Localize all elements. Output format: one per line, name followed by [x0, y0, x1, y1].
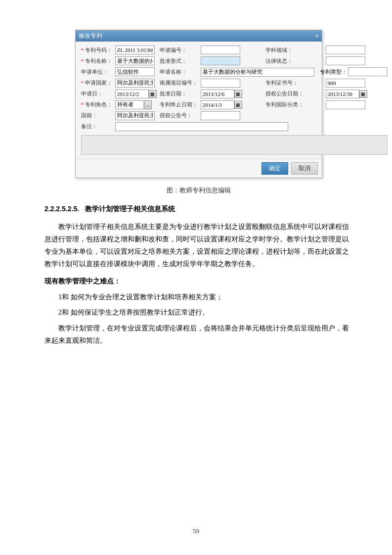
patent-expiry-input[interactable]: [201, 100, 234, 109]
patent-intl-class-input-cell: [324, 99, 390, 110]
legal-status-input-cell: [324, 55, 390, 66]
country-input-cell: [114, 110, 158, 121]
legal-status-label: 法律状态：: [264, 55, 324, 66]
application-date-icon[interactable]: ▦: [149, 90, 157, 98]
patent-role-label: * 专利角色：: [80, 99, 114, 110]
last-paragraph: 教学计划管理，在对专业设置完成理论课程后，会将结果合并单元格统计分类后呈现给用户…: [44, 322, 352, 347]
remark-label: 备注：: [80, 121, 114, 132]
patent-expiry-date-icon[interactable]: ▦: [234, 101, 242, 109]
approval-date-label: 批准日期：: [158, 89, 199, 99]
application-date-wrapper: ▦: [115, 90, 157, 98]
preview-area: [81, 135, 388, 155]
authorized-date-input-cell: ▦: [324, 89, 390, 99]
authorized-notice-label: 授权公告号：: [158, 110, 199, 121]
form-row-7: 国籍： 授权公告号：: [80, 110, 390, 121]
patent-number-input-cell: [114, 45, 158, 55]
list-item-2: 2和 如何保证学生之培养按照教学计划正常进行。: [58, 306, 352, 319]
main-paragraph: 教学计划管理子相关信息系统主要是为专业进行教学计划之设置殴翻联信息系统中可以对课…: [44, 221, 352, 271]
cancel-button[interactable]: 取消: [291, 162, 318, 175]
authorized-notice-input-cell: [199, 110, 264, 121]
application-date-input[interactable]: [115, 90, 149, 98]
application-number-label: 申请编号：: [158, 45, 199, 55]
list-item-1: 1和 如何为专业合理之设置教学计划和培养相关方案；: [58, 291, 352, 303]
patent-intl-class-label: 专利国际分类：: [264, 99, 324, 110]
form-row-3: 申请单位： 申请名称： 专利类型：: [80, 66, 390, 78]
authorized-date-input[interactable]: [326, 90, 359, 98]
dialog-body: * 专利号码： 申请编号： 学科领域：: [76, 42, 322, 159]
approval-date-icon[interactable]: ▦: [234, 90, 242, 98]
section-heading: 2.2.2.5.2.5. 教学计划管理子相关信息系统: [44, 205, 352, 214]
dialog-footer: 确定 取消: [76, 159, 322, 178]
application-number-input[interactable]: [201, 46, 240, 54]
affiliated-project-input[interactable]: [201, 79, 240, 88]
subject-area-input-cell: [324, 45, 390, 55]
application-unit-input[interactable]: [115, 67, 155, 76]
approval-format-input[interactable]: [201, 56, 240, 65]
approval-date-wrapper: ▦: [201, 90, 263, 98]
patent-role-input[interactable]: [115, 100, 144, 109]
form-row-2: * 专利名称： 批准形式： 法律状态：: [80, 55, 390, 66]
affiliated-project-input-cell: [199, 78, 264, 89]
page: 修改专利 × * 专利号码： 申请: [0, 0, 392, 555]
authorized-date-icon[interactable]: ▦: [359, 90, 367, 98]
patent-type-input[interactable]: [348, 67, 388, 76]
page-number: 59: [193, 527, 199, 535]
approval-date-input[interactable]: [201, 90, 234, 98]
patent-expiry-label: 专利终止日期：: [158, 99, 199, 110]
patent-type-label: 专利类型：: [320, 69, 347, 75]
affiliated-project-label: 南属项目编号：: [158, 78, 199, 89]
dialog-titlebar: 修改专利 ×: [76, 30, 322, 42]
form-row-remark: 备注：: [80, 121, 390, 132]
country-label: 国籍：: [80, 110, 114, 121]
patent-name-input-cell: [114, 55, 158, 66]
patent-intl-class-input[interactable]: [326, 100, 365, 109]
application-name-input[interactable]: [201, 68, 314, 77]
subject-area-label: 学科领域：: [264, 45, 324, 55]
form-row-preview: [80, 132, 390, 156]
patent-expiry-wrapper: ▦: [201, 100, 263, 109]
application-unit-label: 申请单位：: [80, 66, 114, 78]
applicant-country-label: * 申请国家：: [80, 78, 114, 89]
patent-role-input-cell: ...: [114, 99, 158, 110]
patent-name-input[interactable]: [115, 56, 155, 65]
patent-expiry-input-cell: ▦: [199, 99, 264, 110]
section-title: 教学计划管理子相关信息系统: [85, 205, 175, 213]
patent-number-label: * 专利号码：: [80, 45, 114, 55]
legal-status-input[interactable]: [326, 56, 365, 65]
patent-cert-input[interactable]: [326, 79, 365, 88]
dialog-wrapper: 修改专利 × * 专利号码： 申请: [44, 30, 352, 178]
dialog-title: 修改专利: [79, 32, 102, 40]
authorized-date-label: 授权公告日期：: [264, 89, 324, 99]
applicant-country-input[interactable]: [115, 79, 155, 88]
figure-caption: 图：教师专利信息编辑: [44, 186, 352, 195]
application-name-input-cell: 专利类型：: [199, 66, 390, 78]
authorized-notice-input[interactable]: [201, 111, 240, 120]
dialog-close-button[interactable]: ×: [315, 33, 318, 40]
confirm-button[interactable]: 确定: [261, 162, 288, 175]
approval-date-input-cell: ▦: [199, 89, 264, 99]
patent-dialog: 修改专利 × * 专利号码： 申请: [75, 30, 322, 178]
application-date-label: 申请日：: [80, 89, 114, 99]
application-unit-input-cell: [114, 66, 158, 78]
approval-format-input-cell: [199, 55, 264, 66]
patent-number-input[interactable]: [115, 46, 155, 54]
form-row-6: * 专利角色： ... 专利终止日期：: [80, 99, 390, 110]
patent-role-wrapper: ...: [115, 100, 157, 109]
application-date-input-cell: ▦: [114, 89, 158, 99]
authorized-date-wrapper: ▦: [326, 90, 388, 98]
applicant-country-input-cell: [114, 78, 158, 89]
application-name-label: 申请名称：: [158, 66, 199, 78]
remark-input[interactable]: [115, 122, 288, 131]
form-row-4: * 申请国家： 南属项目编号： 专利证书号：: [80, 78, 390, 89]
remark-input-cell: [114, 121, 390, 132]
approval-format-label: 批准形式：: [158, 55, 199, 66]
form-row-5: 申请日： ▦ 批准日期： ▦: [80, 89, 390, 99]
subject-area-input[interactable]: [326, 46, 365, 54]
patent-name-label: * 专利名称：: [80, 55, 114, 66]
application-number-input-cell: [199, 45, 264, 55]
difficulties-heading: 现有教学管理中之难点：: [44, 277, 352, 286]
country-input[interactable]: [115, 111, 155, 120]
patent-role-btn[interactable]: ...: [144, 100, 152, 109]
patent-form-table: * 专利号码： 申请编号： 学科领域：: [80, 45, 390, 156]
section-number: 2.2.2.5.2.5.: [44, 205, 79, 213]
